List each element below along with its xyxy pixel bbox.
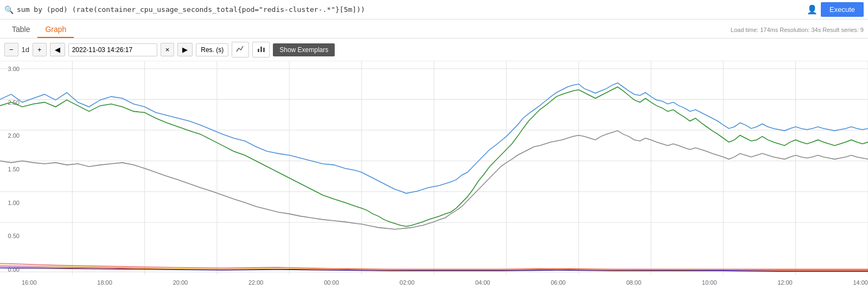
query-input[interactable]: [17, 5, 803, 14]
show-exemplars-button[interactable]: Show Exemplars: [273, 43, 335, 56]
svg-rect-0: [258, 49, 259, 52]
period-label: 1d: [22, 46, 29, 54]
tab-graph[interactable]: Graph: [37, 22, 74, 38]
search-icon: 🔍: [4, 5, 14, 14]
svg-rect-1: [260, 47, 262, 52]
controls-row: − 1d + ◀ × ▶ Res. (s) Show Exemplars: [0, 39, 868, 61]
chart-area: 3.00 2.50 2.00 1.50 1.00 0.50 0.00: [0, 61, 868, 289]
execute-button[interactable]: Execute: [821, 2, 864, 17]
next-time-button[interactable]: ▶: [177, 43, 193, 56]
user-icon[interactable]: 👤: [807, 4, 818, 15]
res-button[interactable]: Res. (s): [196, 43, 228, 56]
tabs: Table Graph: [4, 22, 74, 38]
chart-svg: [0, 61, 868, 289]
datetime-input[interactable]: [68, 43, 157, 56]
prev-time-button[interactable]: ◀: [50, 43, 65, 56]
line-chart-icon: [236, 44, 245, 53]
line-chart-button[interactable]: [232, 42, 249, 57]
increase-time-button[interactable]: +: [33, 43, 47, 56]
svg-rect-2: [263, 48, 265, 52]
tabs-row: Table Graph Load time: 174ms Resolution:…: [0, 20, 868, 39]
decrease-time-button[interactable]: −: [4, 43, 18, 56]
meta-info: Load time: 174ms Resolution: 34s Result …: [731, 27, 864, 33]
bar-chart-button[interactable]: [252, 42, 270, 57]
bar-chart-icon: [257, 44, 265, 53]
top-bar: 🔍 👤 Execute: [0, 0, 868, 20]
tab-table[interactable]: Table: [4, 22, 37, 38]
clear-datetime-button[interactable]: ×: [161, 43, 175, 56]
